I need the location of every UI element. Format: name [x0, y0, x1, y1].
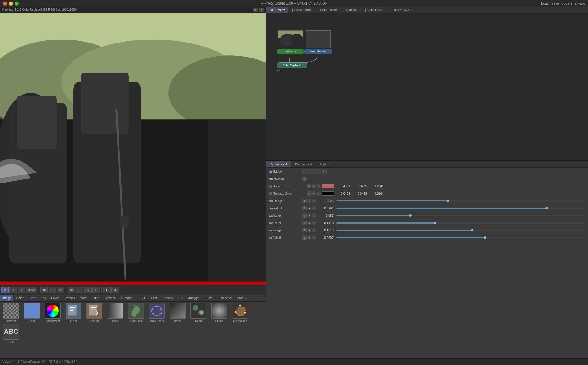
hr-icon3[interactable]: ◌	[312, 199, 316, 203]
sc-icon3[interactable]: ◌	[316, 184, 321, 188]
tab-layer[interactable]: Layer	[49, 295, 62, 301]
tab-warp[interactable]: Warp	[78, 295, 90, 301]
tab-cg[interactable]: CG	[176, 295, 186, 301]
tool-menu[interactable]: ☰	[76, 287, 83, 293]
panel-tab-nodeview[interactable]: Node View	[266, 7, 288, 13]
tab-furnace[interactable]: Furnace	[119, 295, 135, 301]
mode-selector[interactable]: always	[575, 2, 585, 5]
valrange-slider[interactable]	[336, 230, 584, 231]
tool-mutoff[interactable]: MutOff	[26, 287, 37, 293]
vr-icon2[interactable]: ●	[307, 228, 311, 232]
rc-icon1[interactable]: ⚙	[307, 191, 311, 196]
tab-other[interactable]: Other	[90, 295, 103, 301]
sfilein1-pill[interactable]: SFileIn1	[277, 49, 304, 54]
load-button[interactable]: Load	[541, 2, 548, 5]
rotoshape1-pill[interactable]: RotoShape1	[304, 49, 332, 54]
tool-hex[interactable]: ⬡	[92, 287, 100, 293]
tab-timevi[interactable]: Time Vi	[234, 295, 250, 301]
tool-playback2[interactable]: ←→	[49, 287, 56, 293]
tab-color[interactable]: Color	[14, 295, 26, 301]
sr-icon2[interactable]: ●	[307, 213, 311, 218]
viewer-close-btn[interactable]: ✕	[259, 8, 264, 12]
sourcecolor-collapse[interactable]: -	[269, 185, 272, 188]
save-button[interactable]: Save	[551, 2, 559, 5]
node-quickshape[interactable]: Quick Shape	[147, 303, 167, 322]
node-text[interactable]: ABC Text	[1, 324, 21, 343]
panel-tab-console[interactable]: | Console	[341, 7, 361, 13]
tab-transfo[interactable]: TransfO	[62, 295, 78, 301]
tool-playback1[interactable]: ⊲⊳	[40, 287, 48, 293]
tab-curvee[interactable]: Curve E	[202, 295, 218, 301]
tab-phyx[interactable]: PHYX	[135, 295, 149, 301]
huerange-slider[interactable]	[336, 200, 584, 201]
tab-key[interactable]: Key	[38, 295, 49, 301]
sc-icon2[interactable]: ●	[311, 184, 316, 188]
minimize-button[interactable]	[9, 2, 13, 6]
sf-icon3[interactable]: ◌	[312, 221, 316, 225]
node-rgrad[interactable]: RGrad	[209, 303, 229, 322]
tab-advantl[interactable]: Advantl	[103, 295, 118, 301]
params-tab-1[interactable]: Parameters1	[266, 161, 291, 167]
viewer-settings-btn[interactable]: ⚙	[253, 8, 258, 12]
hr-icon2[interactable]: ●	[307, 199, 311, 203]
colorreplace1-pill[interactable]: ColorReplace1	[277, 62, 307, 68]
vr-icon1[interactable]: ⚙	[302, 228, 307, 232]
vf-icon2[interactable]: ●	[307, 235, 311, 240]
update-button[interactable]: Update	[561, 2, 572, 5]
maximize-button[interactable]	[15, 2, 19, 6]
tool-rotate[interactable]: ↺	[18, 287, 25, 293]
tool-grid[interactable]: ⊞	[68, 287, 75, 293]
node-filein[interactable]: FileIn	[64, 303, 83, 322]
node-fileout[interactable]: FileOut	[85, 303, 104, 322]
affectalpha-toggle[interactable]: ●	[302, 177, 307, 181]
hf-icon3[interactable]: ◌	[312, 206, 316, 210]
rc-icon2[interactable]: ●	[311, 191, 316, 196]
node-quickpaint[interactable]: QuickPaint	[126, 303, 146, 322]
node-rotoshape[interactable]: RotoShape	[230, 303, 250, 322]
tool-refresh[interactable]: ⟳	[57, 287, 64, 293]
sr-icon1[interactable]: ⚙	[302, 213, 307, 218]
vr-icon3[interactable]: ◌	[312, 228, 316, 232]
sc-icon1[interactable]: ⚙	[307, 184, 311, 188]
satrange-slider[interactable]	[336, 215, 584, 216]
hf-icon1[interactable]: ⚙	[302, 206, 307, 210]
huefalloff-slider[interactable]	[336, 208, 584, 209]
tool-play[interactable]: ▶	[103, 287, 111, 293]
tool-circle[interactable]: ●	[9, 287, 17, 293]
tab-filter[interactable]: Filter	[26, 295, 38, 301]
params-tab-globals[interactable]: Globals	[317, 161, 335, 167]
tab-stereox[interactable]: Stereox	[160, 295, 176, 301]
valfalloff-slider[interactable]	[336, 237, 584, 238]
replacecolor-collapse[interactable]: -	[269, 192, 272, 195]
sf-icon2[interactable]: ●	[307, 221, 311, 225]
tab-image[interactable]: Image	[0, 295, 14, 301]
params-tab-2[interactable]: Parameters2	[291, 161, 316, 167]
tool-a[interactable]: A	[1, 287, 9, 293]
panel-tab-colorpicker[interactable]: | Color Picker	[315, 7, 341, 13]
node-rand[interactable]: Rand	[189, 303, 208, 322]
sr-icon3[interactable]: ◌	[312, 213, 316, 218]
vf-icon3[interactable]: ◌	[312, 235, 316, 240]
shiftmode-dropdown[interactable]: ▼	[302, 169, 327, 174]
tool-target[interactable]: ◎	[84, 287, 92, 293]
node-ramp[interactable]: Ramp	[168, 303, 187, 322]
panel-tab-audiopanel[interactable]: | Audio Panel	[361, 7, 387, 13]
panel-tab-pixelanalyzer[interactable]: | Pixel Analyzer	[387, 7, 416, 13]
rc-icon3[interactable]: ◌	[316, 191, 321, 196]
satfalloff-slider[interactable]	[336, 222, 584, 224]
close-button[interactable]	[3, 2, 7, 6]
tool-stop[interactable]: ■	[111, 287, 119, 293]
tab-user[interactable]: User	[149, 295, 160, 301]
node-checker[interactable]: Checker	[1, 303, 21, 322]
hf-icon2[interactable]: ●	[307, 206, 311, 210]
node-grad[interactable]: Grad	[105, 303, 125, 322]
tab-nodevi[interactable]: Node Vi	[218, 295, 234, 301]
node-colorwheel[interactable]: ColorWheel	[43, 303, 62, 322]
panel-tab-curveeditor[interactable]: | Curve Editor	[288, 7, 315, 13]
node-color[interactable]: Color	[22, 303, 42, 322]
source-color-swatch[interactable]	[322, 184, 334, 188]
vf-icon1[interactable]: ⚙	[302, 235, 307, 240]
replace-color-swatch[interactable]	[322, 191, 334, 196]
tab-anaglyp[interactable]: Anaglyp	[186, 295, 202, 301]
sf-icon1[interactable]: ⚙	[302, 221, 307, 225]
